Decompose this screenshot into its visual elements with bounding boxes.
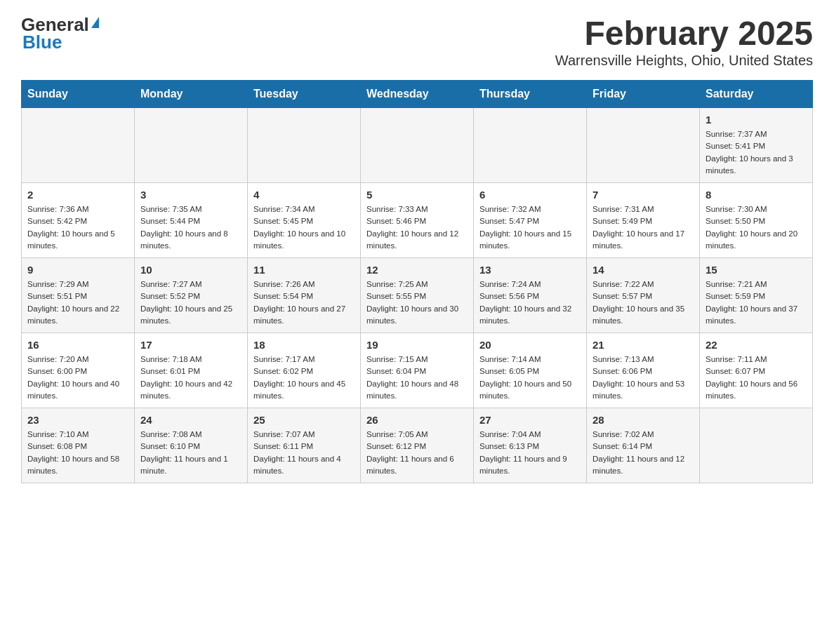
day-number: 27	[479, 414, 581, 426]
day-info: Sunrise: 7:10 AM Sunset: 6:08 PM Dayligh…	[27, 429, 128, 477]
day-number: 6	[479, 189, 581, 201]
calendar-cell: 16Sunrise: 7:20 AM Sunset: 6:00 PM Dayli…	[22, 333, 135, 408]
calendar-cell: 7Sunrise: 7:31 AM Sunset: 5:49 PM Daylig…	[587, 183, 700, 258]
day-number: 15	[706, 264, 807, 276]
calendar-cell	[587, 108, 700, 183]
day-of-week-header: Saturday	[700, 81, 813, 108]
calendar-cell: 17Sunrise: 7:18 AM Sunset: 6:01 PM Dayli…	[135, 333, 248, 408]
calendar-cell: 13Sunrise: 7:24 AM Sunset: 5:56 PM Dayli…	[474, 258, 587, 333]
calendar-cell: 5Sunrise: 7:33 AM Sunset: 5:46 PM Daylig…	[361, 183, 474, 258]
calendar-week-row: 2Sunrise: 7:36 AM Sunset: 5:42 PM Daylig…	[22, 183, 813, 258]
day-number: 9	[27, 264, 128, 276]
day-info: Sunrise: 7:15 AM Sunset: 6:04 PM Dayligh…	[366, 354, 468, 402]
calendar-cell	[700, 408, 813, 483]
day-info: Sunrise: 7:34 AM Sunset: 5:45 PM Dayligh…	[253, 203, 355, 252]
calendar-week-row: 16Sunrise: 7:20 AM Sunset: 6:00 PM Dayli…	[22, 333, 813, 408]
day-info: Sunrise: 7:37 AM Sunset: 5:41 PM Dayligh…	[706, 128, 807, 177]
calendar-cell: 2Sunrise: 7:36 AM Sunset: 5:42 PM Daylig…	[22, 183, 135, 258]
location-title: Warrensville Heights, Ohio, United State…	[555, 53, 813, 69]
day-number: 10	[140, 264, 241, 276]
calendar-table: SundayMondayTuesdayWednesdayThursdayFrid…	[21, 80, 813, 483]
day-number: 20	[479, 339, 581, 351]
day-number: 23	[27, 414, 128, 426]
calendar-cell: 20Sunrise: 7:14 AM Sunset: 6:05 PM Dayli…	[474, 333, 587, 408]
day-number: 13	[479, 264, 581, 276]
calendar-cell: 4Sunrise: 7:34 AM Sunset: 5:45 PM Daylig…	[248, 183, 361, 258]
calendar-cell: 25Sunrise: 7:07 AM Sunset: 6:11 PM Dayli…	[248, 408, 361, 483]
page-header: General Blue February 2025 Warrensville …	[21, 14, 813, 69]
logo-blue-text: Blue	[22, 32, 62, 53]
calendar-cell: 28Sunrise: 7:02 AM Sunset: 6:14 PM Dayli…	[587, 408, 700, 483]
day-of-week-header: Monday	[135, 81, 248, 108]
calendar-cell	[361, 108, 474, 183]
calendar-cell: 6Sunrise: 7:32 AM Sunset: 5:47 PM Daylig…	[474, 183, 587, 258]
logo-triangle-icon	[91, 17, 99, 28]
day-number: 26	[366, 414, 468, 426]
day-number: 14	[593, 264, 694, 276]
day-number: 18	[253, 339, 355, 351]
month-title: February 2025	[555, 14, 813, 53]
day-info: Sunrise: 7:32 AM Sunset: 5:47 PM Dayligh…	[479, 203, 581, 252]
day-info: Sunrise: 7:20 AM Sunset: 6:00 PM Dayligh…	[27, 354, 128, 402]
day-of-week-header: Sunday	[22, 81, 135, 108]
day-number: 2	[27, 189, 128, 201]
logo-area: General Blue	[21, 14, 99, 53]
calendar-cell: 26Sunrise: 7:05 AM Sunset: 6:12 PM Dayli…	[361, 408, 474, 483]
calendar-cell: 14Sunrise: 7:22 AM Sunset: 5:57 PM Dayli…	[587, 258, 700, 333]
calendar-header-row: SundayMondayTuesdayWednesdayThursdayFrid…	[22, 81, 813, 108]
calendar-cell: 11Sunrise: 7:26 AM Sunset: 5:54 PM Dayli…	[248, 258, 361, 333]
calendar-week-row: 1Sunrise: 7:37 AM Sunset: 5:41 PM Daylig…	[22, 108, 813, 183]
day-info: Sunrise: 7:14 AM Sunset: 6:05 PM Dayligh…	[479, 354, 581, 402]
day-info: Sunrise: 7:30 AM Sunset: 5:50 PM Dayligh…	[706, 203, 807, 252]
calendar-cell: 3Sunrise: 7:35 AM Sunset: 5:44 PM Daylig…	[135, 183, 248, 258]
calendar-cell	[248, 108, 361, 183]
calendar-cell: 9Sunrise: 7:29 AM Sunset: 5:51 PM Daylig…	[22, 258, 135, 333]
day-number: 3	[140, 189, 241, 201]
day-info: Sunrise: 7:11 AM Sunset: 6:07 PM Dayligh…	[706, 354, 807, 402]
day-number: 22	[706, 339, 807, 351]
title-area: February 2025 Warrensville Heights, Ohio…	[555, 14, 813, 69]
day-info: Sunrise: 7:29 AM Sunset: 5:51 PM Dayligh…	[27, 279, 128, 327]
day-info: Sunrise: 7:18 AM Sunset: 6:01 PM Dayligh…	[140, 354, 241, 402]
day-number: 21	[593, 339, 694, 351]
day-info: Sunrise: 7:04 AM Sunset: 6:13 PM Dayligh…	[479, 429, 581, 477]
day-number: 8	[706, 189, 807, 201]
day-number: 28	[593, 414, 694, 426]
day-number: 11	[253, 264, 355, 276]
calendar-cell: 21Sunrise: 7:13 AM Sunset: 6:06 PM Dayli…	[587, 333, 700, 408]
calendar-week-row: 9Sunrise: 7:29 AM Sunset: 5:51 PM Daylig…	[22, 258, 813, 333]
calendar-cell: 19Sunrise: 7:15 AM Sunset: 6:04 PM Dayli…	[361, 333, 474, 408]
calendar-cell: 18Sunrise: 7:17 AM Sunset: 6:02 PM Dayli…	[248, 333, 361, 408]
day-of-week-header: Friday	[587, 81, 700, 108]
calendar-cell	[474, 108, 587, 183]
day-number: 24	[140, 414, 241, 426]
day-number: 19	[366, 339, 468, 351]
day-number: 16	[27, 339, 128, 351]
day-info: Sunrise: 7:21 AM Sunset: 5:59 PM Dayligh…	[706, 279, 807, 327]
day-info: Sunrise: 7:17 AM Sunset: 6:02 PM Dayligh…	[253, 354, 355, 402]
day-info: Sunrise: 7:36 AM Sunset: 5:42 PM Dayligh…	[27, 203, 128, 252]
day-info: Sunrise: 7:33 AM Sunset: 5:46 PM Dayligh…	[366, 203, 468, 252]
day-number: 12	[366, 264, 468, 276]
calendar-cell: 24Sunrise: 7:08 AM Sunset: 6:10 PM Dayli…	[135, 408, 248, 483]
day-info: Sunrise: 7:13 AM Sunset: 6:06 PM Dayligh…	[593, 354, 694, 402]
calendar-cell: 12Sunrise: 7:25 AM Sunset: 5:55 PM Dayli…	[361, 258, 474, 333]
day-info: Sunrise: 7:26 AM Sunset: 5:54 PM Dayligh…	[253, 279, 355, 327]
calendar-cell: 8Sunrise: 7:30 AM Sunset: 5:50 PM Daylig…	[700, 183, 813, 258]
calendar-cell	[135, 108, 248, 183]
calendar-cell: 22Sunrise: 7:11 AM Sunset: 6:07 PM Dayli…	[700, 333, 813, 408]
calendar-cell: 23Sunrise: 7:10 AM Sunset: 6:08 PM Dayli…	[22, 408, 135, 483]
day-number: 5	[366, 189, 468, 201]
day-info: Sunrise: 7:24 AM Sunset: 5:56 PM Dayligh…	[479, 279, 581, 327]
calendar-cell: 15Sunrise: 7:21 AM Sunset: 5:59 PM Dayli…	[700, 258, 813, 333]
day-number: 4	[253, 189, 355, 201]
day-info: Sunrise: 7:02 AM Sunset: 6:14 PM Dayligh…	[593, 429, 694, 477]
day-info: Sunrise: 7:22 AM Sunset: 5:57 PM Dayligh…	[593, 279, 694, 327]
day-info: Sunrise: 7:31 AM Sunset: 5:49 PM Dayligh…	[593, 203, 694, 252]
day-info: Sunrise: 7:25 AM Sunset: 5:55 PM Dayligh…	[366, 279, 468, 327]
day-info: Sunrise: 7:08 AM Sunset: 6:10 PM Dayligh…	[140, 429, 241, 477]
day-info: Sunrise: 7:07 AM Sunset: 6:11 PM Dayligh…	[253, 429, 355, 477]
day-number: 25	[253, 414, 355, 426]
day-info: Sunrise: 7:05 AM Sunset: 6:12 PM Dayligh…	[366, 429, 468, 477]
day-info: Sunrise: 7:27 AM Sunset: 5:52 PM Dayligh…	[140, 279, 241, 327]
